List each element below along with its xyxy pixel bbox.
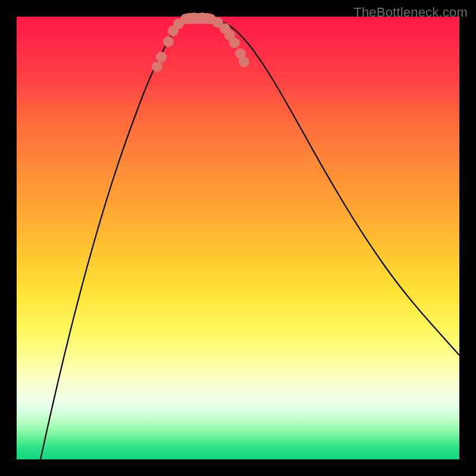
- highlight-markers: [152, 12, 249, 72]
- highlight-marker: [229, 37, 240, 48]
- chart-svg: [17, 17, 459, 459]
- highlight-marker: [156, 52, 167, 62]
- chart-plot-area: [17, 17, 459, 459]
- chart-frame: TheBottleneck.com: [0, 0, 476, 476]
- watermark-text: TheBottleneck.com: [353, 5, 468, 20]
- highlight-marker: [239, 57, 249, 67]
- highlight-marker: [152, 61, 162, 72]
- bottleneck-curve: [40, 18, 459, 459]
- highlight-marker: [163, 36, 174, 47]
